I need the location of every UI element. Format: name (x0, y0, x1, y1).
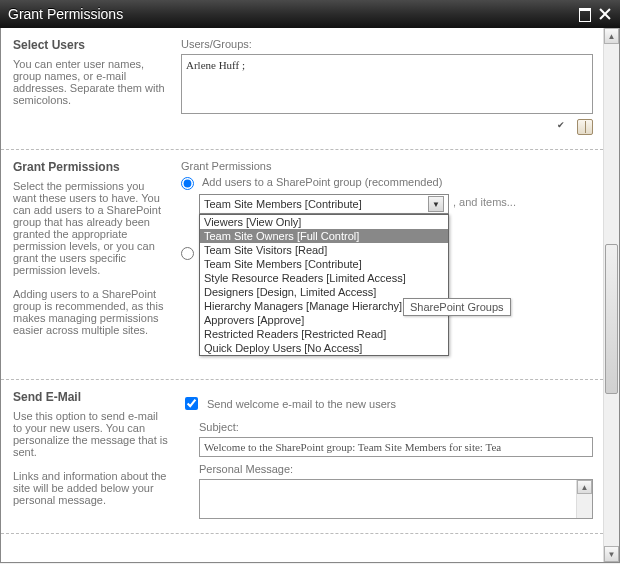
window-title: Grant Permissions (8, 6, 578, 22)
grant-sidebar: Grant Permissions Select the permissions… (1, 160, 181, 365)
personal-message-label: Personal Message: (199, 463, 593, 475)
section-send-email: Send E-Mail Use this option to send e-ma… (1, 380, 603, 534)
list-item[interactable]: Designers [Design, Limited Access] (200, 285, 448, 299)
maximize-icon[interactable] (578, 7, 592, 21)
grant-main: Grant Permissions Add users to a SharePo… (181, 160, 603, 365)
radio-grant-direct[interactable] (181, 247, 194, 260)
list-item[interactable]: Quick Deploy Users [No Access] (200, 341, 448, 355)
select-users-help: You can enter user names, group names, o… (13, 58, 169, 106)
grant-help-1: Select the permissions you want these us… (13, 180, 169, 276)
select-users-heading: Select Users (13, 38, 169, 52)
list-item[interactable]: Team Site Owners [Full Control] (200, 229, 448, 243)
vertical-scrollbar[interactable]: ▲ ▼ (603, 28, 619, 562)
scroll-track[interactable] (604, 44, 619, 546)
grant-heading: Grant Permissions (13, 160, 169, 174)
list-item[interactable]: Team Site Visitors [Read] (200, 243, 448, 257)
email-help-1: Use this option to send e-mail to your n… (13, 410, 169, 458)
section-select-users: Select Users You can enter user names, g… (1, 28, 603, 150)
scroll-down-icon[interactable]: ▼ (604, 546, 619, 562)
browse-book-icon[interactable] (577, 119, 593, 135)
subject-label: Subject: (199, 421, 593, 433)
grant-direct-hint: , and items... (453, 196, 516, 208)
radio-add-to-group-label: Add users to a SharePoint group (recomme… (202, 176, 442, 188)
radio-add-to-group-row: Add users to a SharePoint group (recomme… (181, 176, 593, 190)
list-item[interactable]: Team Site Members [Contribute] (200, 257, 448, 271)
scroll-thumb[interactable] (605, 244, 618, 394)
group-combo[interactable]: Team Site Members [Contribute] ▼ Viewers… (199, 194, 449, 214)
chevron-down-icon[interactable]: ▼ (428, 196, 444, 212)
subject-input[interactable] (199, 437, 593, 457)
scroll-up-icon[interactable]: ▲ (604, 28, 619, 44)
select-users-sidebar: Select Users You can enter user names, g… (1, 38, 181, 135)
check-names-icon[interactable] (557, 119, 573, 135)
users-groups-input[interactable] (181, 54, 593, 114)
scroll-up-icon[interactable]: ▲ (577, 480, 592, 494)
email-main: Send welcome e-mail to the new users Sub… (181, 390, 603, 519)
email-heading: Send E-Mail (13, 390, 169, 404)
section-grant-permissions: Grant Permissions Select the permissions… (1, 150, 603, 380)
tooltip-sharepoint-groups: SharePoint Groups (403, 298, 511, 316)
select-users-main: Users/Groups: (181, 38, 603, 135)
email-help-2: Links and information about the site wil… (13, 470, 169, 506)
group-combo-value: Team Site Members [Contribute] (204, 198, 362, 210)
title-bar: Grant Permissions (0, 0, 620, 28)
group-listbox[interactable]: Viewers [View Only] Team Site Owners [Fu… (199, 214, 449, 356)
list-item[interactable]: Viewers [View Only] (200, 215, 448, 229)
group-combo-box[interactable]: Team Site Members [Contribute] ▼ (199, 194, 449, 214)
grant-help-2: Adding users to a SharePoint group is re… (13, 288, 169, 336)
radio-add-to-group[interactable] (181, 177, 194, 190)
grant-panel-label: Grant Permissions (181, 160, 593, 172)
email-sidebar: Send E-Mail Use this option to send e-ma… (1, 390, 181, 519)
personal-message-input[interactable]: ▲ (199, 479, 593, 519)
close-icon[interactable] (598, 7, 612, 21)
send-email-checkbox[interactable] (185, 397, 198, 410)
message-scrollbar[interactable]: ▲ (576, 480, 592, 518)
list-item[interactable]: Restricted Readers [Restricted Read] (200, 327, 448, 341)
users-groups-label: Users/Groups: (181, 38, 593, 50)
list-item[interactable]: Style Resource Readers [Limited Access] (200, 271, 448, 285)
dialog-content: Select Users You can enter user names, g… (0, 28, 620, 563)
send-email-label: Send welcome e-mail to the new users (207, 398, 396, 410)
